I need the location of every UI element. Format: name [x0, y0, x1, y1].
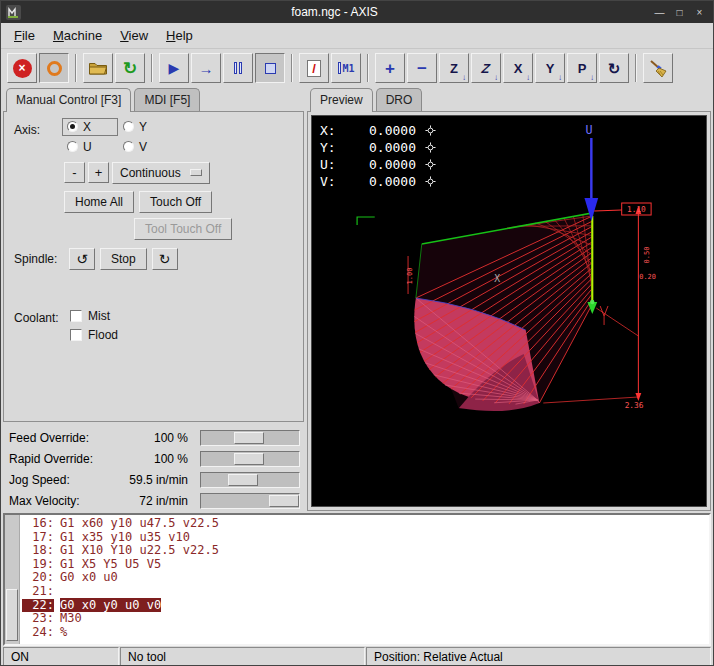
jog-plus-button[interactable]: +: [88, 162, 109, 183]
slider-thumb[interactable]: [234, 453, 264, 465]
max-velocity-slider[interactable]: [200, 493, 300, 509]
manual-control-panel: Axis: X Y U V - + Continuous Home All To…: [3, 111, 304, 422]
axis-option-u[interactable]: U: [62, 138, 118, 156]
menu-machine[interactable]: Machine: [44, 25, 111, 46]
slider-thumb[interactable]: [228, 474, 258, 486]
tool-touch-off-row: Tool Touch Off: [134, 218, 232, 240]
gcode-scrollbar[interactable]: [5, 515, 20, 644]
menu-file[interactable]: File: [5, 25, 44, 46]
view-y-button[interactable]: Y↓: [535, 53, 565, 83]
radio-u[interactable]: [67, 141, 78, 152]
menu-help[interactable]: Help: [157, 25, 202, 46]
run-program-button[interactable]: ▶: [159, 53, 189, 83]
tab-preview[interactable]: Preview: [310, 88, 373, 112]
minimize-button[interactable]: —: [651, 5, 668, 20]
mini-arrow-icon: ↓: [526, 74, 530, 82]
line-number: 24:: [22, 626, 54, 640]
home-all-button[interactable]: Home All: [64, 191, 134, 213]
view-x-button[interactable]: X↓: [503, 53, 533, 83]
gcode-line-active[interactable]: 22:G0 x0 y0 u0 v0: [22, 599, 709, 613]
line-number: 16:: [22, 517, 54, 531]
touch-off-button[interactable]: Touch Off: [139, 191, 212, 213]
dro-axis-label: X:: [320, 123, 344, 138]
line-text: G1 x35 y10 u35 v10: [60, 530, 190, 544]
slider-thumb[interactable]: [269, 495, 299, 507]
close-button[interactable]: ×: [691, 5, 708, 20]
block-delete-toggle[interactable]: /: [299, 53, 329, 83]
main-area: Manual Control [F3] MDI [F5] Axis: X Y U…: [1, 87, 713, 511]
feed-override-slider[interactable]: [200, 430, 300, 446]
maximize-button[interactable]: □: [671, 5, 688, 20]
open-file-button[interactable]: [83, 53, 113, 83]
tab-manual-control[interactable]: Manual Control [F3]: [6, 88, 131, 112]
dro-axis-value: 0.0000: [344, 140, 416, 155]
gcode-line[interactable]: 20:G0 x0 u0: [22, 571, 709, 585]
view-z-rotated-button[interactable]: Z↓: [471, 53, 501, 83]
tab-mdi[interactable]: MDI [F5]: [134, 88, 200, 111]
gcode-line[interactable]: 24:%: [22, 626, 709, 640]
right-tabs: Preview DRO: [307, 87, 711, 111]
dro-axis-value: 0.0000: [344, 157, 416, 172]
line-number: 19:: [22, 558, 54, 572]
jog-mode-dropdown[interactable]: Continuous: [112, 162, 210, 184]
preview-plot[interactable]: X:0.0000 Y:0.0000 U:0.0000 V:0.0000: [311, 115, 707, 507]
stop-icon: [265, 63, 276, 74]
tool-touch-off-button[interactable]: Tool Touch Off: [134, 218, 232, 240]
jog-speed-value: 59.5 in/min: [122, 473, 200, 487]
radio-x[interactable]: [67, 121, 78, 132]
gcode-line[interactable]: 16:G1 x60 y10 u47.5 v22.5: [22, 517, 709, 531]
reload-file-button[interactable]: ↻: [115, 53, 145, 83]
svg-text:1.00: 1.00: [406, 268, 414, 285]
toolbar: × ↻ ▶ → / M1 + − Z↓ Z↓ X↓ Y↓ P↓ ↻: [1, 48, 713, 87]
zoom-in-button[interactable]: +: [375, 53, 405, 83]
tab-dro[interactable]: DRO: [376, 88, 423, 111]
radio-v[interactable]: [123, 141, 134, 152]
jog-minus-button[interactable]: -: [64, 162, 85, 183]
gcode-line[interactable]: 23:M30: [22, 612, 709, 626]
menubar: File Machine View Help: [1, 23, 713, 48]
gcode-line[interactable]: 18:G1 X10 Y10 u22.5 v22.5: [22, 544, 709, 558]
optional-pause-toggle[interactable]: M1: [331, 53, 361, 83]
axis-option-x[interactable]: X: [62, 118, 118, 136]
dro-readout: X:0.0000 Y:0.0000 U:0.0000 V:0.0000: [320, 122, 436, 190]
mist-checkbox[interactable]: [70, 310, 82, 322]
axis-radio-group: X Y U V: [62, 118, 174, 156]
titlebar[interactable]: foam.ngc - AXIS — □ ×: [1, 1, 713, 23]
dro-row-u: U:0.0000: [320, 156, 436, 173]
gcode-line[interactable]: 19:G1 X5 Y5 U5 V5: [22, 558, 709, 572]
jog-speed-slider[interactable]: [200, 472, 300, 488]
run-step-button[interactable]: →: [191, 53, 221, 83]
view-perspective-icon: P: [578, 62, 587, 75]
gcode-line[interactable]: 21:: [22, 585, 709, 599]
view-perspective-button[interactable]: P↓: [567, 53, 597, 83]
axis-option-y[interactable]: Y: [118, 118, 174, 136]
overrides-panel: Feed Override: 100 % Rapid Override: 100…: [3, 422, 304, 511]
block-delete-icon: /: [307, 60, 321, 77]
scrollbar-thumb[interactable]: [6, 589, 18, 642]
spindle-stop-button[interactable]: Stop: [100, 248, 147, 270]
slider-thumb[interactable]: [234, 432, 264, 444]
spindle-cw-button[interactable]: ↻: [152, 248, 178, 270]
rapid-override-slider[interactable]: [200, 451, 300, 467]
spindle-ccw-button[interactable]: ↺: [69, 248, 95, 270]
menu-view[interactable]: View: [111, 25, 157, 46]
jog-speed-row: Jog Speed: 59.5 in/min: [4, 469, 303, 490]
zoom-out-button[interactable]: −: [407, 53, 437, 83]
mini-arrow-icon: ↓: [590, 74, 594, 82]
estop-button[interactable]: ×: [7, 53, 37, 83]
gcode-line[interactable]: 17:G1 x35 y10 u35 v10: [22, 531, 709, 545]
flood-checkbox-row[interactable]: Flood: [70, 328, 118, 342]
max-velocity-row: Max Velocity: 72 in/min: [4, 490, 303, 511]
line-number: 21:: [22, 585, 54, 599]
rotate-view-button[interactable]: ↻: [599, 53, 629, 83]
stop-program-button[interactable]: [255, 53, 285, 83]
clear-plot-button[interactable]: [643, 53, 673, 83]
axis-option-v[interactable]: V: [118, 138, 174, 156]
machine-power-button[interactable]: [39, 53, 69, 83]
pause-program-button[interactable]: [223, 53, 253, 83]
view-z-button[interactable]: Z↓: [439, 53, 469, 83]
axis-window: foam.ngc - AXIS — □ × File Machine View …: [0, 0, 714, 666]
flood-checkbox[interactable]: [70, 329, 82, 341]
mist-checkbox-row[interactable]: Mist: [70, 309, 118, 323]
radio-y[interactable]: [123, 121, 134, 132]
